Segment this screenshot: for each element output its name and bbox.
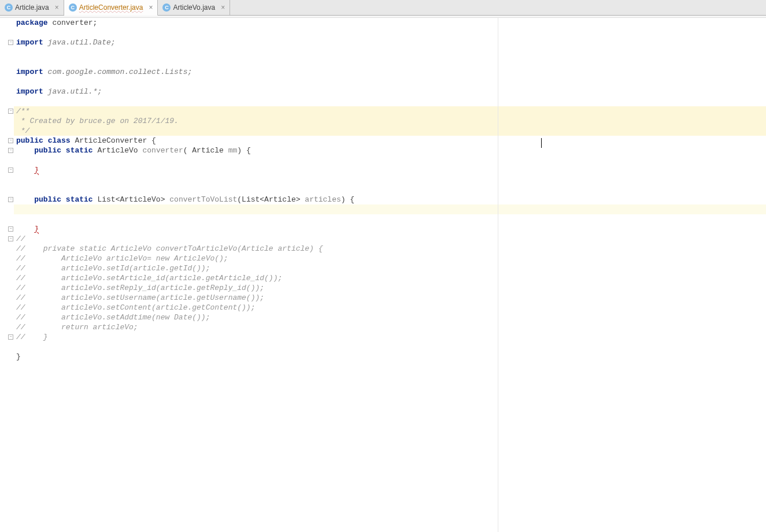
code-line[interactable]: /** xyxy=(14,106,766,116)
code-line[interactable]: public class ArticleConverter { xyxy=(14,136,766,146)
code-line[interactable]: // articleVo.setReply_id(article.getRepl… xyxy=(14,283,766,293)
gutter xyxy=(0,18,14,532)
fold-toggle[interactable] xyxy=(8,168,13,173)
code-line[interactable] xyxy=(14,47,766,57)
code-line[interactable] xyxy=(14,175,766,185)
fold-toggle[interactable] xyxy=(8,138,13,143)
code-line[interactable]: // return articleVo; xyxy=(14,322,766,332)
text-caret xyxy=(541,138,542,148)
class-icon: C xyxy=(162,3,171,12)
code-line[interactable]: */ xyxy=(14,126,766,136)
code-line[interactable]: } xyxy=(14,165,766,175)
code-line[interactable]: import com.google.common.collect.Lists; xyxy=(14,67,766,77)
code-line[interactable]: // xyxy=(14,234,766,244)
editor-shell: package converter; import java.util.Date… xyxy=(0,18,766,532)
code-line[interactable]: // articleVo.setAddtime(new Date()); xyxy=(14,312,766,322)
code-line[interactable]: // } xyxy=(14,332,766,342)
tab-articlevo[interactable]: C ArticleVo.java × xyxy=(158,0,230,15)
close-icon[interactable]: × xyxy=(149,4,153,11)
code-line[interactable] xyxy=(14,57,766,67)
tab-label: ArticleVo.java xyxy=(173,3,215,12)
tab-article[interactable]: C Article.java × xyxy=(0,0,64,15)
code-line[interactable] xyxy=(14,342,766,352)
code-line[interactable] xyxy=(14,155,766,165)
code-line[interactable] xyxy=(14,214,766,224)
tab-articleconverter[interactable]: C ArticleConverter.java × xyxy=(64,0,158,16)
code-line[interactable]: // articleVo.setId(article.getId()); xyxy=(14,263,766,273)
close-icon[interactable]: × xyxy=(55,4,59,11)
fold-toggle[interactable] xyxy=(8,148,13,153)
fold-toggle[interactable] xyxy=(8,197,13,202)
code-line[interactable]: // articleVo.setUsername(article.getUser… xyxy=(14,293,766,303)
code-line[interactable]: // private static ArticleVo convertToArt… xyxy=(14,244,766,254)
code-line[interactable] xyxy=(14,185,766,195)
tab-label: Article.java xyxy=(15,3,49,12)
fold-toggle[interactable] xyxy=(8,226,13,232)
code-line[interactable]: } xyxy=(14,224,766,234)
code-line[interactable] xyxy=(14,28,766,38)
fold-toggle[interactable] xyxy=(8,40,13,45)
code-line[interactable] xyxy=(14,204,766,214)
right-margin-line xyxy=(498,18,498,532)
code-line[interactable]: // articleVo.setArticle_id(article.getAr… xyxy=(14,273,766,283)
code-line[interactable]: // ArticleVo articleVo= new ArticleVo(); xyxy=(14,254,766,263)
code-line[interactable]: // articleVo.setContent(article.getConte… xyxy=(14,303,766,312)
code-line[interactable]: public static List<ArticleVo> convertToV… xyxy=(14,195,766,204)
code-line[interactable]: import java.util.Date; xyxy=(14,38,766,47)
fold-toggle[interactable] xyxy=(8,109,13,114)
code-line[interactable]: package converter; xyxy=(14,18,766,28)
class-icon: C xyxy=(5,3,13,12)
code-editor[interactable]: package converter; import java.util.Date… xyxy=(14,18,766,532)
code-line[interactable]: } xyxy=(14,352,766,362)
code-line[interactable]: * Created by bruce.ge on 2017/1/19. xyxy=(14,116,766,126)
close-icon[interactable]: × xyxy=(221,4,225,11)
tab-label: ArticleConverter.java xyxy=(79,3,143,12)
code-line[interactable]: import java.util.*; xyxy=(14,87,766,96)
fold-toggle[interactable] xyxy=(8,334,13,340)
tab-bar: C Article.java × C ArticleConverter.java… xyxy=(0,0,766,16)
class-icon: C xyxy=(69,3,77,12)
code-line[interactable]: public static ArticleVo converter( Artic… xyxy=(14,146,766,155)
code-line[interactable] xyxy=(14,96,766,106)
fold-toggle[interactable] xyxy=(8,236,13,241)
code-line[interactable] xyxy=(14,77,766,87)
